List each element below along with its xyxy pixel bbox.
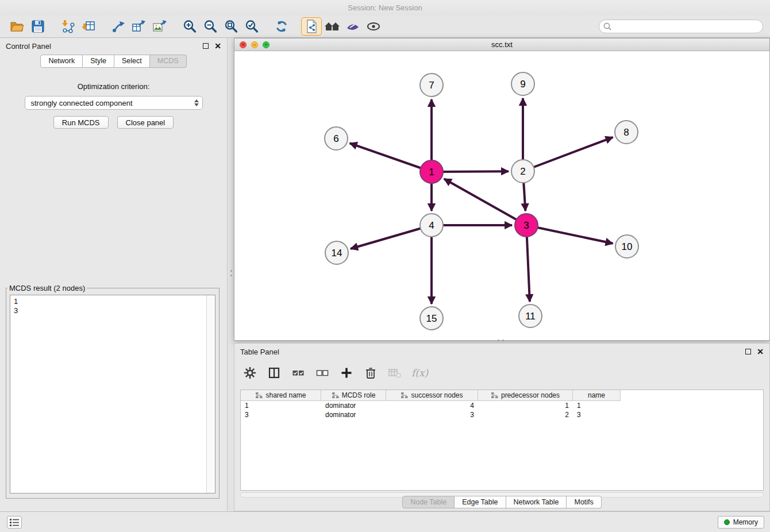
deselect-all-columns-button[interactable] (315, 365, 330, 380)
open-session-button[interactable] (7, 17, 28, 36)
cell-mcds-role[interactable]: dominator (321, 401, 386, 410)
export-network-button[interactable] (108, 17, 129, 36)
network-file-icon (304, 19, 319, 34)
zoom-out-icon (203, 20, 217, 33)
function-builder-button[interactable]: f(x) (411, 365, 428, 380)
import-network-button[interactable] (57, 17, 78, 36)
minimize-window-icon[interactable]: − (251, 41, 258, 48)
tab-motifs[interactable]: Motifs (567, 496, 601, 508)
graph-node-4[interactable]: 4 (420, 214, 443, 237)
float-table-panel-icon[interactable] (745, 349, 751, 354)
column-header-shared-name[interactable]: shared name (241, 390, 321, 401)
column-header-predecessor-nodes[interactable]: predecessor nodes (478, 390, 573, 401)
delete-table-button[interactable] (387, 365, 402, 380)
panel-splitter-vertical[interactable] (229, 263, 233, 283)
result-scrollbar[interactable] (206, 295, 215, 493)
cell-shared-name[interactable]: 1 (241, 401, 321, 410)
close-window-icon[interactable]: ✕ (240, 41, 247, 48)
search-field-wrap (599, 20, 763, 33)
table-header-row: shared name MCDS role successor nodes pr… (241, 390, 763, 401)
graph-node-10[interactable]: 10 (615, 235, 638, 258)
save-session-button[interactable] (28, 17, 48, 36)
table-row[interactable]: 1 dominator 4 1 1 (241, 401, 763, 410)
tab-node-table[interactable]: Node Table (402, 496, 455, 508)
run-mcds-button[interactable]: Run MCDS (53, 116, 109, 129)
show-columns-button[interactable] (267, 365, 282, 380)
graph-edge-3-10[interactable] (526, 225, 613, 244)
trash-icon (364, 367, 377, 379)
zoom-in-button[interactable] (179, 17, 200, 36)
tab-style[interactable]: Style (83, 55, 114, 68)
graph-node-3[interactable]: 3 (515, 214, 538, 237)
graph-node-7[interactable]: 7 (420, 74, 443, 97)
zoom-out-button[interactable] (200, 17, 221, 36)
show-details-button[interactable] (363, 17, 384, 36)
task-history-button[interactable] (7, 516, 22, 529)
control-panel: Control Panel ✕ Network Style Select MCD… (0, 38, 228, 511)
zoom-window-icon[interactable]: + (263, 41, 270, 48)
svg-text:15: 15 (426, 313, 437, 324)
cell-successor-nodes[interactable]: 4 (386, 401, 478, 410)
zoom-fit-icon (224, 20, 238, 33)
graph-node-2[interactable]: 2 (511, 160, 534, 183)
graph-node-14[interactable]: 14 (325, 241, 348, 264)
column-header-successor-nodes[interactable]: successor nodes (386, 390, 478, 401)
optimization-dropdown-value: strongly connected component (31, 99, 133, 107)
graph-node-1[interactable]: 1 (420, 160, 443, 183)
zoom-fit-button[interactable] (221, 17, 241, 36)
open-network-file-button[interactable] (301, 17, 322, 36)
mcds-result-title: MCDS result (2 nodes) (7, 284, 87, 292)
column-header-mcds-role[interactable]: MCDS role (321, 390, 386, 401)
table-settings-button[interactable] (242, 365, 257, 380)
cell-successor-nodes[interactable]: 3 (386, 410, 478, 419)
cell-predecessor-nodes[interactable]: 2 (478, 410, 573, 419)
memory-button[interactable]: Memory (718, 516, 764, 529)
fx-icon: f(x) (411, 367, 428, 379)
apply-layout-button[interactable] (271, 17, 292, 36)
cell-name[interactable]: 3 (573, 410, 621, 419)
delete-column-button[interactable] (363, 365, 378, 380)
cell-mcds-role[interactable]: dominator (321, 410, 386, 419)
graph-edge-3-1[interactable] (444, 179, 526, 225)
graph-node-8[interactable]: 8 (615, 121, 638, 144)
home-button[interactable] (322, 17, 342, 36)
export-table-button[interactable] (129, 17, 149, 36)
float-panel-icon[interactable] (203, 43, 209, 49)
cell-name[interactable]: 1 (573, 401, 621, 410)
select-all-columns-button[interactable] (291, 365, 306, 380)
cell-predecessor-nodes[interactable]: 1 (478, 401, 573, 410)
import-table-button[interactable] (78, 17, 99, 36)
search-input[interactable] (599, 20, 763, 33)
svg-text:14: 14 (332, 248, 342, 259)
svg-text:6: 6 (333, 133, 338, 144)
graph-node-11[interactable]: 11 (519, 304, 542, 327)
tab-mcds[interactable]: MCDS (150, 55, 187, 68)
create-column-button[interactable] (339, 365, 354, 380)
style-brush-button[interactable] (342, 17, 363, 36)
graph-edge-2-8[interactable] (523, 137, 613, 171)
network-window-titlebar[interactable]: ✕ − + scc.txt (234, 38, 769, 51)
control-panel-header: Control Panel ✕ (0, 38, 227, 54)
tab-network[interactable]: Network (40, 55, 83, 68)
panel-splitter-horizontal[interactable] (493, 338, 508, 342)
graph-edge-4-14[interactable] (351, 225, 432, 249)
tab-select[interactable]: Select (114, 55, 150, 68)
plus-icon (340, 367, 353, 379)
cell-shared-name[interactable]: 3 (241, 410, 321, 419)
graph-node-15[interactable]: 15 (420, 307, 443, 330)
tab-edge-table[interactable]: Edge Table (455, 496, 506, 508)
zoom-selected-button[interactable] (241, 17, 262, 36)
graph-edge-1-6[interactable] (350, 143, 432, 172)
tab-network-table[interactable]: Network Table (506, 496, 567, 508)
table-row[interactable]: 3 dominator 3 2 3 (241, 410, 763, 419)
column-header-name[interactable]: name (573, 390, 621, 401)
columns-icon (268, 367, 280, 379)
export-image-button[interactable] (149, 17, 170, 36)
optimization-dropdown[interactable]: strongly connected component (25, 96, 203, 110)
close-panel-icon[interactable]: ✕ (214, 43, 221, 49)
graph-node-9[interactable]: 9 (511, 72, 534, 95)
graph-node-6[interactable]: 6 (325, 127, 348, 150)
close-table-panel-icon[interactable]: ✕ (757, 349, 764, 354)
close-panel-button[interactable]: Close panel (117, 116, 174, 129)
network-canvas[interactable]: 7968124314101511 (234, 51, 769, 340)
